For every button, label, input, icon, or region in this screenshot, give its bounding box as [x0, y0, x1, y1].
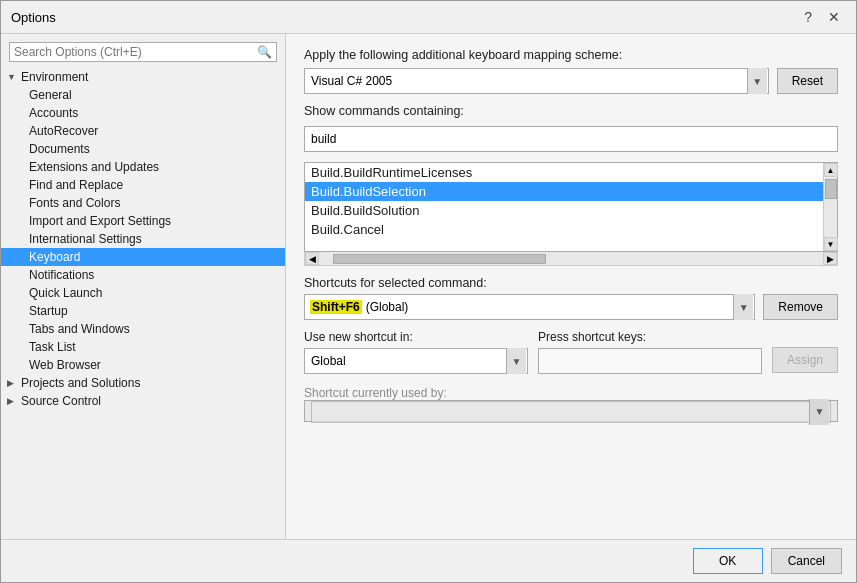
vscroll-thumb[interactable]: [825, 179, 837, 199]
show-commands-section: Show commands containing:: [304, 104, 838, 152]
tree-item-tabs-windows[interactable]: Tabs and Windows: [1, 320, 285, 338]
content-area: 🔍 ▼ Environment General Accounts: [1, 34, 856, 539]
tree-view: ▼ Environment General Accounts AutoRecov…: [1, 66, 285, 539]
help-button[interactable]: ?: [798, 7, 818, 27]
shortcuts-row: Shift+F6 (Global) ▼ Remove: [304, 294, 838, 320]
commands-hscrollbar[interactable]: ◀ ▶: [304, 252, 838, 266]
search-input[interactable]: [14, 45, 257, 59]
tree-item-environment[interactable]: ▼ Environment: [1, 68, 285, 86]
tree-item-quick-launch[interactable]: Quick Launch: [1, 284, 285, 302]
use-shortcut-group: Use new shortcut in: Global ▼: [304, 330, 528, 374]
left-panel: 🔍 ▼ Environment General Accounts: [1, 34, 286, 539]
mapping-section: Apply the following additional keyboard …: [304, 48, 838, 94]
remove-button[interactable]: Remove: [763, 294, 838, 320]
mapping-dropdown[interactable]: Visual C# 2005: [304, 68, 769, 94]
close-button[interactable]: ✕: [822, 7, 846, 27]
ok-button[interactable]: OK: [693, 548, 763, 574]
tree-item-keyboard[interactable]: Keyboard: [1, 248, 285, 266]
tree-item-notifications[interactable]: Notifications: [1, 266, 285, 284]
shortcut-dropdown-wrapper[interactable]: Shift+F6 (Global) ▼: [304, 294, 755, 320]
shortcuts-label: Shortcuts for selected command:: [304, 276, 838, 290]
show-commands-label: Show commands containing:: [304, 104, 838, 118]
tree-item-projects[interactable]: ▶ Projects and Solutions: [1, 374, 285, 392]
source-label: Source Control: [21, 394, 101, 408]
tree-item-accounts[interactable]: Accounts: [1, 104, 285, 122]
title-controls: ? ✕: [798, 7, 846, 27]
shortcuts-section: Shortcuts for selected command: Shift+F6…: [304, 276, 838, 320]
command-item-2[interactable]: Build.BuildSolution: [305, 201, 823, 220]
tree-item-startup[interactable]: Startup: [1, 302, 285, 320]
hscroll-right[interactable]: ▶: [823, 252, 837, 265]
commands-list[interactable]: Build.BuildRuntimeLicenses Build.BuildSe…: [305, 163, 823, 251]
mapping-row: Visual C# 2005 ▼ Reset: [304, 68, 838, 94]
tree-item-documents[interactable]: Documents: [1, 140, 285, 158]
search-icon: 🔍: [257, 45, 272, 59]
projects-label: Projects and Solutions: [21, 376, 140, 390]
expand-icon: ▼: [7, 72, 21, 82]
options-dialog: Options ? ✕ 🔍 ▼ Environment Gener: [0, 0, 857, 583]
tree-item-find-replace[interactable]: Find and Replace: [1, 176, 285, 194]
assign-button[interactable]: Assign: [772, 347, 838, 373]
use-shortcut-dropdown[interactable]: Global: [304, 348, 528, 374]
tree-item-general[interactable]: General: [1, 86, 285, 104]
hscroll-left[interactable]: ◀: [305, 252, 319, 265]
use-shortcut-dropdown-wrapper[interactable]: Global ▼: [304, 348, 528, 374]
tree-item-source[interactable]: ▶ Source Control: [1, 392, 285, 410]
reset-button[interactable]: Reset: [777, 68, 838, 94]
press-shortcut-group: Press shortcut keys:: [538, 330, 762, 374]
command-item-0[interactable]: Build.BuildRuntimeLicenses: [305, 163, 823, 182]
title-bar: Options ? ✕: [1, 1, 856, 34]
tree-item-international[interactable]: International Settings: [1, 230, 285, 248]
search-box[interactable]: 🔍: [9, 42, 277, 62]
mapping-dropdown-wrapper[interactable]: Visual C# 2005 ▼: [304, 68, 769, 94]
hscroll-thumb[interactable]: [333, 254, 546, 264]
dialog-title: Options: [11, 10, 56, 25]
expand-icon-source: ▶: [7, 396, 21, 406]
show-commands-input[interactable]: [304, 126, 838, 152]
right-panel: Apply the following additional keyboard …: [286, 34, 856, 539]
vscroll-up[interactable]: ▲: [824, 163, 838, 177]
tree-item-fonts-colors[interactable]: Fonts and Colors: [1, 194, 285, 212]
cancel-button[interactable]: Cancel: [771, 548, 842, 574]
currently-used-section: Shortcut currently used by: ▼: [304, 384, 838, 422]
commands-section: Build.BuildRuntimeLicenses Build.BuildSe…: [304, 162, 838, 266]
tree-item-task-list[interactable]: Task List: [1, 338, 285, 356]
environment-children: General Accounts AutoRecover Documents E…: [1, 86, 285, 374]
vscroll-down[interactable]: ▼: [824, 237, 838, 251]
currently-used-label: Shortcut currently used by:: [304, 386, 838, 400]
tree-item-web-browser[interactable]: Web Browser: [1, 356, 285, 374]
currently-used-dropdown-wrapper[interactable]: ▼: [311, 401, 831, 423]
commands-container: Build.BuildRuntimeLicenses Build.BuildSe…: [304, 162, 838, 252]
tree-item-autorecover[interactable]: AutoRecover: [1, 122, 285, 140]
assign-wrapper: Assign: [772, 331, 838, 373]
commands-vscrollbar[interactable]: ▲ ▼: [823, 163, 837, 251]
use-shortcut-label: Use new shortcut in:: [304, 330, 528, 344]
mapping-label: Apply the following additional keyboard …: [304, 48, 838, 62]
expand-icon-projects: ▶: [7, 378, 21, 388]
environment-label: Environment: [21, 70, 88, 84]
press-shortcut-label: Press shortcut keys:: [538, 330, 762, 344]
command-item-1[interactable]: Build.BuildSelection: [305, 182, 823, 201]
tree-item-extensions[interactable]: Extensions and Updates: [1, 158, 285, 176]
currently-used-dropdown: [311, 401, 831, 423]
command-item-3[interactable]: Build.Cancel: [305, 220, 823, 239]
shortcut-dropdown[interactable]: [304, 294, 755, 320]
bottom-bar: OK Cancel: [1, 539, 856, 582]
new-shortcut-section: Use new shortcut in: Global ▼ Press shor…: [304, 330, 838, 374]
currently-used-value: ▼: [304, 400, 838, 422]
tree-item-import-export[interactable]: Import and Export Settings: [1, 212, 285, 230]
press-shortcut-input[interactable]: [538, 348, 762, 374]
